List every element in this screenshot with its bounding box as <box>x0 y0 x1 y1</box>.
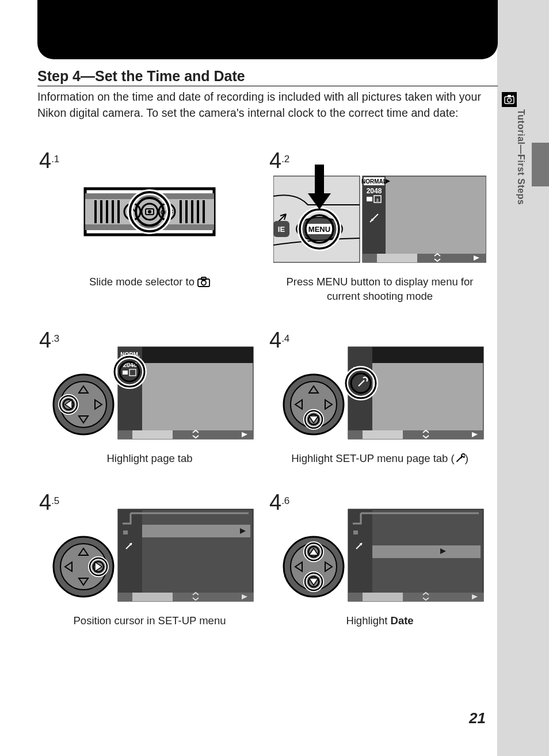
svg-point-20 <box>148 210 151 213</box>
svg-rect-115 <box>353 530 358 534</box>
svg-text:IE: IE <box>278 225 285 234</box>
svg-point-28 <box>201 281 206 285</box>
caption: Highlight Date <box>276 614 483 628</box>
page-number: 21 <box>469 709 486 727</box>
figure-highlight-page-tab: NORM. 2048 <box>43 344 256 445</box>
svg-rect-100 <box>132 593 173 601</box>
step-4-1: 4.1 <box>35 150 265 329</box>
step-4-4: 4.4 <box>265 329 495 491</box>
step-4-5: 4.5 <box>35 491 265 654</box>
wrench-icon <box>455 453 465 464</box>
side-thumb-tab <box>532 143 549 186</box>
caption: Highlight page tab <box>46 452 253 466</box>
svg-text:2048: 2048 <box>367 187 382 195</box>
svg-point-2 <box>508 98 512 102</box>
svg-rect-95 <box>142 525 250 537</box>
svg-text:MENU: MENU <box>308 225 330 234</box>
svg-rect-57 <box>123 371 128 375</box>
svg-point-116 <box>360 543 362 545</box>
step-4-3: 4.3 NORM. 2048 <box>35 329 265 491</box>
svg-rect-45 <box>367 197 372 201</box>
figure-mode-selector: OFF <box>75 165 224 268</box>
caption: Slide mode selector to <box>46 275 253 289</box>
caption: Position cursor in SET-UP menu <box>46 614 253 628</box>
svg-text:±: ± <box>376 197 379 203</box>
svg-rect-1 <box>508 95 511 97</box>
figure-highlight-date <box>273 506 486 607</box>
step-4-2: 4.2 IE MENU <box>265 150 495 329</box>
figure-position-cursor <box>43 506 256 607</box>
svg-point-98 <box>129 543 132 545</box>
step-number: 4.1 <box>39 150 59 171</box>
svg-rect-82 <box>363 430 403 439</box>
figure-menu-button: IE MENU <box>273 165 486 268</box>
svg-text:NORMAL: NORMAL <box>361 178 387 185</box>
caption: Highlight SET-UP menu page tab () <box>276 452 483 466</box>
svg-rect-38 <box>315 165 324 194</box>
svg-rect-50 <box>377 254 417 262</box>
side-tab-icon <box>502 92 517 107</box>
svg-rect-118 <box>363 593 403 601</box>
header-black-box <box>37 0 498 59</box>
svg-rect-60 <box>132 430 173 439</box>
svg-point-48 <box>371 219 373 221</box>
svg-rect-113 <box>372 545 481 558</box>
step-title: Step 4—Set the Time and Date <box>37 68 498 86</box>
caption: Press MENU button to display menu for cu… <box>276 275 483 304</box>
svg-rect-97 <box>123 530 128 534</box>
step-4-6: 4.6 <box>265 491 495 654</box>
side-tab-label: Tutorial—First Steps <box>516 109 526 205</box>
svg-rect-27 <box>201 277 206 280</box>
figure-highlight-setup-tab <box>273 344 486 445</box>
intro-text: Information on the time and date of reco… <box>37 89 498 121</box>
camera-icon <box>197 277 210 287</box>
